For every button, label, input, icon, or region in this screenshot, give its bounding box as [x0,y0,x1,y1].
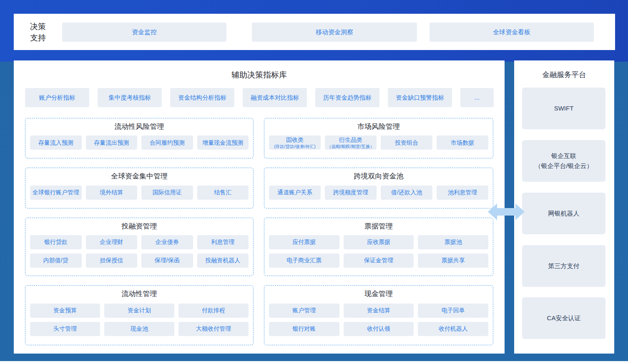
module-chip[interactable]: 国际信用证 [141,186,193,200]
mobile-fund-insight-button[interactable]: 移动资金洞察 [252,23,417,42]
fund-monitoring-button[interactable]: 资金监控 [62,23,226,42]
module-chip[interactable]: 全球银行账户管理 [30,186,82,200]
concentration-assessment-indicator-chip[interactable]: 集中度考核指标 [98,88,162,107]
group-title: 流动性管理 [30,288,249,299]
module-chip[interactable]: 应收票据 [344,235,414,249]
module-chip[interactable]: 市场数据 [437,136,488,150]
module-chip[interactable]: 电子回单 [418,304,488,318]
module-groups-grid: 流动性风险管理存量流入预测存量流出预测合同履约预测增量现金流预测市场风险管理固收… [25,118,493,345]
module-chip-label: 账户管理 [292,307,316,314]
fund-structure-analysis-indicator-chip[interactable]: 资金结构分析指标 [170,88,234,107]
bidirectional-arrow-icon [488,202,525,222]
module-chip[interactable]: 资金结算 [344,304,414,318]
module-chip-label: 市场数据 [451,139,474,146]
bank-enterprise-connect-card[interactable]: 银企互联（银企平台/银企云） [522,140,605,182]
group-body: 资金预算资金计划付款排程头寸管理现金池大额收付管理 [30,299,249,341]
module-chip-label: 票据池 [445,238,462,246]
module-chip[interactable]: 担保授信 [86,254,138,268]
module-chip-label: 头寸管理 [53,325,77,332]
service-card-label: 银企互联 [551,151,576,161]
module-chip-label: 内部借/贷 [43,257,68,264]
module-chip[interactable]: 收付机器人 [418,322,488,336]
module-chip-label: 资金计划 [128,307,151,314]
financing-cost-comparison-indicator-chip[interactable]: 融资成本对比指标 [243,88,307,107]
module-chip[interactable]: 投融资机器人 [197,254,249,268]
global-fund-dashboard-button[interactable]: 全球资金看板 [430,23,594,42]
module-chip[interactable]: 内部借/贷 [30,254,82,268]
module-chip[interactable]: 境外结算 [86,186,138,200]
market-risk-group: 市场风险管理固收类(存款/贷款/债券/外汇)衍生品类（远期/期权/期货/互换）投… [264,118,493,158]
module-chip[interactable]: 保证金管理 [344,254,414,268]
module-chip[interactable]: 电子商业汇票 [269,254,339,268]
module-chip-label: 应收票据 [367,238,390,246]
module-chip[interactable]: 保理/保函 [141,254,193,268]
module-chip[interactable]: 资金计划 [104,304,174,318]
group-title: 流动性风险管理 [30,120,249,131]
module-chip-label: 合同履约预测 [150,139,185,146]
investment-financing-group: 投融资管理银行贷款企业理财企业债券利息管理内部借/贷担保授信保理/保函投融资机器… [25,218,254,276]
module-chip[interactable]: 借/还款入池 [381,186,432,200]
account-analysis-indicator-chip[interactable]: 账户分析指标 [25,88,89,107]
module-chip[interactable]: 企业理财 [86,235,138,249]
module-chip[interactable]: 衍生品类（远期/期权/期货/互换） [325,136,377,150]
module-chip[interactable]: 票据共享 [418,254,488,268]
module-chip[interactable]: 结售汇 [197,186,249,200]
module-chip-label: 电子商业汇票 [286,257,322,264]
module-chip[interactable]: 利息管理 [197,235,249,249]
module-chip[interactable]: 通道账户关系 [269,186,321,200]
module-chip-label: 大额收付管理 [196,325,231,332]
module-chip[interactable]: 应付票据 [269,235,339,249]
module-chip[interactable]: 存量流出预测 [86,136,138,150]
online-banking-robot-card[interactable]: 网银机器人 [522,193,605,234]
module-chip-label: 保理/保函 [155,257,180,264]
group-body: 账户管理资金结算电子回单银行对账收付认领收付机器人 [269,299,488,341]
fund-gap-warning-indicator-chip[interactable]: 资金缺口预警指标 [388,88,452,107]
module-chip[interactable]: 资金预算 [30,304,100,318]
module-chip-label: 存量流入预测 [38,139,73,146]
module-chip-label: 收付机器人 [439,325,468,332]
financial-service-platform-panel: 金融服务平台 SWIFT银企互联（银企平台/银企云）网银机器人第三方支付CA安全… [514,60,614,354]
module-chip[interactable]: 投资组合 [381,136,432,150]
group-body: 全球银行账户管理境外结算国际信用证结售汇 [30,181,249,204]
module-chip-label: 国际信用证 [153,189,182,196]
module-chip-label: 池利息管理 [448,189,477,196]
module-chip[interactable]: 收付认领 [344,322,414,336]
module-chip[interactable]: 银行贷款 [30,235,82,249]
module-chip-label: 银行对账 [292,325,316,332]
module-chip[interactable]: 跨境额度管理 [325,186,377,200]
module-chip-label: 付款排程 [202,307,225,314]
module-chip[interactable]: 企业债券 [141,235,193,249]
service-card-label: CA安全认证 [547,313,581,323]
swift-card[interactable]: SWIFT [522,88,605,129]
module-chip-label: 跨境额度管理 [333,189,368,196]
module-chip-label: 利息管理 [211,238,234,246]
module-chip-label: 应付票据 [292,238,316,246]
third-party-payment-card[interactable]: 第三方支付 [522,245,605,287]
global-fund-centralization-group: 全球资金集中管理全球银行账户管理境外结算国际信用证结售汇 [25,168,254,208]
module-chip[interactable]: 固收类(存款/贷款/债券/外汇) [269,136,321,150]
module-chip-label: 企业理财 [100,238,123,246]
module-chip[interactable]: 大额收付管理 [178,322,249,336]
module-chip[interactable]: 票据池 [418,235,488,249]
module-chip[interactable]: 合同履约预测 [141,136,193,150]
group-body: 银行贷款企业理财企业债券利息管理内部借/贷担保授信保理/保函投融资机器人 [30,231,249,271]
module-chip[interactable]: 池利息管理 [437,186,488,200]
more-indicators-chip[interactable]: ... [460,88,494,107]
indicator-library-title: 辅助决策指标库 [14,60,505,80]
group-title: 现金管理 [269,288,488,299]
historical-fund-trend-indicator-chip[interactable]: 历年资金趋势指标 [315,88,379,107]
service-card-label: SWIFT [554,103,574,113]
module-chip[interactable]: 存量流入预测 [30,136,82,150]
group-title: 跨境双向资金池 [269,170,488,181]
liquidity-management-group: 流动性管理资金预算资金计划付款排程头寸管理现金池大额收付管理 [25,285,254,345]
module-chip-label: 担保授信 [100,257,123,264]
module-chip[interactable]: 账户管理 [269,304,339,318]
ca-security-certification-card[interactable]: CA安全认证 [522,297,605,339]
module-chip[interactable]: 现金池 [104,322,174,336]
module-chip[interactable]: 增量现金流预测 [197,136,249,150]
module-chip[interactable]: 银行对账 [269,322,339,336]
module-chip-label: 固收类 [286,136,304,143]
module-chip[interactable]: 付款排程 [178,304,249,318]
module-chip[interactable]: 头寸管理 [30,322,100,336]
financial-service-platform-title: 金融服务平台 [514,60,614,80]
